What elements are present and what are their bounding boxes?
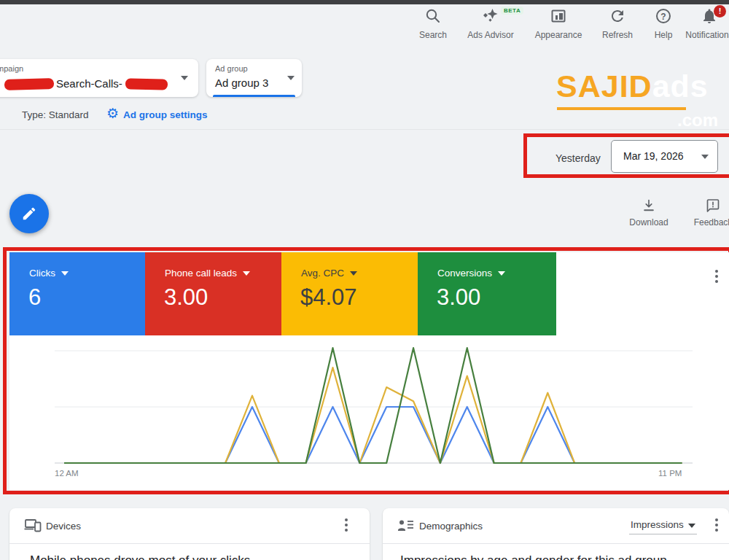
chevron-down-icon [287,76,295,80]
watermark-brand-suffix: ads [652,69,709,104]
edit-fab-button[interactable] [9,194,49,233]
devices-icon [24,518,42,534]
x-axis-tick-first: 12 AM [55,469,79,478]
impressions-selector-label: Impressions [631,519,684,530]
chart-line-clicks [64,407,682,463]
search-icon [424,7,442,25]
download-icon [642,203,656,215]
download-button[interactable]: Download [618,198,679,228]
devices-card-clipped-text: Mobile phones drove most of your clicks [30,553,250,560]
redaction-mark [4,78,54,90]
card-divider [9,543,370,544]
ad-group-selector-label: Ad group [215,64,248,73]
ad-group-selector[interactable]: Ad group Ad group 3 [206,59,302,97]
chart-line-conversions [64,348,682,463]
chart-line-avg-cpc [64,368,682,463]
toolbar-ads-advisor[interactable]: BETA Ads Advisor [460,7,521,40]
devices-card: Devices Mobile phones drove most of your… [9,508,370,560]
hourly-trend-chart [9,252,729,490]
feedback-button[interactable]: Feedback [682,198,729,228]
pencil-icon [21,206,37,222]
toolbar-search[interactable]: Search [402,7,464,40]
toolbar-appearance[interactable]: Appearance [528,7,589,40]
toolbar-notifications[interactable]: ! Notifications [679,7,729,40]
impressions-metric-selector[interactable]: Impressions [629,519,697,534]
active-selector-underline [213,95,295,98]
refresh-icon [609,7,626,25]
date-preset-label: Yesterday [555,152,601,164]
date-picker-value: Mar 19, 2026 [623,150,684,162]
demographics-icon [397,518,415,533]
feedback-label: Feedback [682,217,729,228]
toolbar-appearance-label: Appearance [528,30,589,40]
gear-icon: ⚙ [106,105,119,122]
chevron-down-icon [701,155,709,159]
ad-group-selector-value: Ad group 3 [215,77,268,89]
campaign-selector-label: Campaign [0,64,23,73]
demographics-card-title: Demographics [419,521,483,532]
watermark-tld: .com [677,110,718,131]
campaign-selector[interactable]: Campaign Search-Calls- [0,59,198,97]
toolbar-search-label: Search [402,30,464,40]
watermark-logo: SAJIDads [556,69,709,104]
toolbar-ads-advisor-label: Ads Advisor [460,30,521,40]
notification-count-badge: ! [714,5,726,18]
x-axis-tick-last: 11 PM [658,469,682,478]
card-divider [383,543,729,544]
demographics-card: Demographics Impressions Impressions by … [383,508,729,560]
svg-text:?: ? [660,12,666,22]
demographics-card-clipped-text: Impressions by age and gender for this a… [400,553,667,560]
window-top-strip [0,0,729,4]
watermark-brand-text: SAJID [556,69,652,104]
feedback-icon [706,203,720,215]
appearance-icon [550,7,567,25]
devices-card-title: Devices [46,521,81,532]
google-ads-screen: Search BETA Ads Advisor Appearance Refre… [0,0,729,560]
chevron-down-icon [688,524,695,528]
campaign-selector-value: Search-Calls- [56,77,122,90]
date-picker-dropdown[interactable]: Mar 19, 2026 [611,140,718,173]
ad-group-settings-link[interactable]: Ad group settings [123,109,208,120]
redaction-mark [125,78,168,90]
performance-chart-card: Clicks 6 Phone call leads 3.00 Avg. CPC … [9,252,729,490]
watermark-underline [557,107,686,110]
beta-badge: BETA [501,7,523,15]
chevron-down-icon [181,76,188,80]
help-icon: ? [655,7,672,25]
devices-card-menu-button[interactable] [342,516,351,534]
campaign-type-label: Type: Standard [22,109,89,120]
toolbar-notifications-label: Notifications [679,30,729,40]
header-divider [0,129,729,130]
download-label: Download [618,217,679,228]
demographics-card-menu-button[interactable] [712,516,721,534]
ads-advisor-icon [482,7,499,25]
